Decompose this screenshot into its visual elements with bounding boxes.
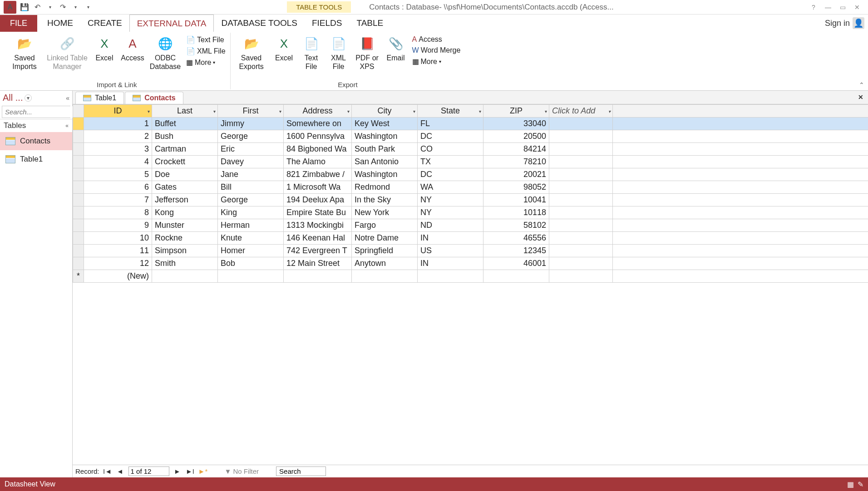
datasheet-view-icon[interactable]: ▦ bbox=[847, 480, 854, 489]
cell-blank[interactable] bbox=[549, 181, 613, 194]
cell-blank[interactable] bbox=[613, 143, 868, 156]
row-selector[interactable] bbox=[73, 219, 84, 232]
col-header-last[interactable]: Last▾ bbox=[152, 105, 218, 118]
export-pdf-button[interactable]: 📕 PDF or XPS bbox=[353, 33, 381, 73]
cell-last[interactable]: Simpson bbox=[152, 245, 218, 257]
cell-id[interactable]: 4 bbox=[84, 156, 152, 168]
cell-city[interactable]: New York bbox=[352, 206, 418, 219]
cell-first[interactable]: Bill bbox=[218, 181, 284, 194]
cell-address[interactable]: 194 Deelux Apa bbox=[284, 194, 352, 206]
cell-address[interactable]: The Alamo bbox=[284, 156, 352, 168]
col-header-first[interactable]: First▾ bbox=[218, 105, 284, 118]
cell-state[interactable]: DC bbox=[418, 168, 483, 181]
cell-last[interactable]: Munster bbox=[152, 219, 218, 232]
table-row[interactable]: 4CrockettDaveyThe AlamoSan AntonioTX7821… bbox=[73, 156, 868, 168]
saved-exports-button[interactable]: 📂 Saved Exports bbox=[233, 33, 270, 73]
tab-fields[interactable]: FIELDS bbox=[305, 15, 350, 32]
cell-zip[interactable]: 46556 bbox=[483, 232, 549, 245]
cell-city[interactable]: Notre Dame bbox=[352, 232, 418, 245]
chevron-down-icon[interactable]: ▾ bbox=[545, 108, 547, 113]
cell-zip[interactable]: 78210 bbox=[483, 156, 549, 168]
row-selector[interactable] bbox=[73, 206, 84, 219]
row-selector[interactable] bbox=[73, 118, 84, 130]
cell-id[interactable]: 11 bbox=[84, 245, 152, 257]
export-excel-button[interactable]: X Excel bbox=[271, 33, 297, 64]
cell-id[interactable]: 2 bbox=[84, 130, 152, 143]
qat-customize-icon[interactable]: ▾ bbox=[82, 1, 94, 14]
cell-blank[interactable] bbox=[613, 130, 868, 143]
chevron-down-icon[interactable]: ▾ bbox=[347, 108, 350, 113]
doc-tab-contacts[interactable]: Contacts bbox=[125, 92, 183, 104]
import-odbc-button[interactable]: 🌐 ODBC Database bbox=[148, 33, 182, 73]
redo-icon[interactable]: ↷ bbox=[56, 1, 69, 14]
cell-blank[interactable] bbox=[549, 194, 613, 206]
row-selector[interactable] bbox=[73, 257, 84, 270]
row-selector[interactable] bbox=[73, 130, 84, 143]
collapse-ribbon-icon[interactable]: ⌃ bbox=[859, 81, 864, 88]
cell-zip[interactable]: 33040 bbox=[483, 118, 549, 130]
cell-blank[interactable] bbox=[549, 206, 613, 219]
cell-state[interactable]: FL bbox=[418, 118, 483, 130]
export-email-button[interactable]: 📎 Email bbox=[383, 33, 409, 64]
col-header-city[interactable]: City▾ bbox=[352, 105, 418, 118]
cell-zip[interactable]: 46001 bbox=[483, 257, 549, 270]
cell-first[interactable]: Knute bbox=[218, 232, 284, 245]
cell-city[interactable]: San Antonio bbox=[352, 156, 418, 168]
minimize-icon[interactable]: — bbox=[821, 1, 835, 14]
cell-address[interactable]: 1 Microsoft Wa bbox=[284, 181, 352, 194]
table-row[interactable]: 1BuffetJimmySomewhere on Key WestFL33040 bbox=[73, 118, 868, 130]
cell-address[interactable]: 1600 Pennsylva bbox=[284, 130, 352, 143]
maximize-icon[interactable]: ▭ bbox=[835, 1, 850, 14]
cell-state[interactable]: NY bbox=[418, 206, 483, 219]
cell-zip[interactable]: 20500 bbox=[483, 130, 549, 143]
cell-city[interactable]: Redmond bbox=[352, 181, 418, 194]
export-text-file-button[interactable]: 📄 Text File bbox=[299, 33, 324, 73]
cell-last[interactable]: Smith bbox=[152, 257, 218, 270]
doc-tab-close-icon[interactable]: ✕ bbox=[858, 93, 863, 101]
chevron-down-icon[interactable]: ▾ bbox=[608, 108, 611, 113]
cell-address[interactable]: 1313 Mockingbi bbox=[284, 219, 352, 232]
cell-city[interactable]: Springfield bbox=[352, 245, 418, 257]
cell-blank[interactable] bbox=[613, 181, 868, 194]
nav-group-tables[interactable]: Tables « bbox=[0, 119, 72, 132]
new-row-icon[interactable]: * bbox=[73, 270, 84, 283]
cell-state[interactable]: CO bbox=[418, 143, 483, 156]
cell-blank[interactable] bbox=[613, 245, 868, 257]
cell-zip[interactable]: 58102 bbox=[483, 219, 549, 232]
undo-icon[interactable]: ↶ bbox=[31, 1, 44, 14]
cell-first[interactable]: Jimmy bbox=[218, 118, 284, 130]
cell-last[interactable]: Buffet bbox=[152, 118, 218, 130]
cell-zip[interactable]: 20021 bbox=[483, 168, 549, 181]
row-selector[interactable] bbox=[73, 181, 84, 194]
col-header-id[interactable]: ID▾ bbox=[84, 105, 152, 118]
row-selector[interactable] bbox=[73, 194, 84, 206]
cell-first[interactable]: Eric bbox=[218, 143, 284, 156]
cell-id[interactable]: 7 bbox=[84, 194, 152, 206]
cell-city[interactable]: Washington bbox=[352, 168, 418, 181]
new-row[interactable]: *(New) bbox=[73, 270, 868, 283]
cell-id[interactable]: 1 bbox=[84, 118, 152, 130]
col-header-add[interactable]: Click to Add▾ bbox=[549, 105, 613, 118]
cell-state[interactable]: IN bbox=[418, 232, 483, 245]
cell-first[interactable]: Davey bbox=[218, 156, 284, 168]
cell-blank[interactable] bbox=[613, 257, 868, 270]
cell-first[interactable]: George bbox=[218, 130, 284, 143]
doc-tab-table1[interactable]: Table1 bbox=[75, 92, 124, 104]
chevron-down-icon[interactable]: ▾ bbox=[413, 108, 415, 113]
nav-item-contacts[interactable]: Contacts bbox=[0, 132, 72, 150]
cell-state[interactable]: ND bbox=[418, 219, 483, 232]
export-word-merge-button[interactable]: WWord Merge bbox=[410, 45, 463, 55]
cell-city[interactable]: Anytown bbox=[352, 257, 418, 270]
tab-external-data[interactable]: EXTERNAL DATA bbox=[129, 15, 214, 32]
cell-address[interactable]: 742 Evergreen T bbox=[284, 245, 352, 257]
table-row[interactable]: 11SimpsonHomer742 Evergreen TSpringfield… bbox=[73, 245, 868, 257]
export-access-button[interactable]: AAccess bbox=[410, 34, 463, 44]
cell-blank[interactable] bbox=[613, 206, 868, 219]
cell-id[interactable]: 10 bbox=[84, 232, 152, 245]
tab-home[interactable]: HOME bbox=[40, 15, 80, 32]
table-row[interactable]: 12SmithBob12 Main StreetAnytownIN46001 bbox=[73, 257, 868, 270]
cell-blank[interactable] bbox=[549, 257, 613, 270]
table-row[interactable]: 9MunsterHerman1313 MockingbiFargoND58102 bbox=[73, 219, 868, 232]
cell-id[interactable]: 3 bbox=[84, 143, 152, 156]
row-selector[interactable] bbox=[73, 232, 84, 245]
